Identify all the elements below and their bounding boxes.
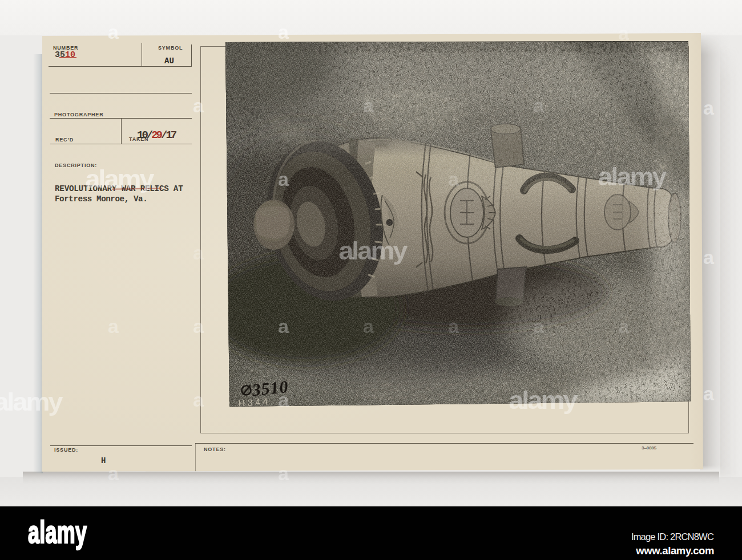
svg-text:H344: H344 (238, 396, 271, 407)
